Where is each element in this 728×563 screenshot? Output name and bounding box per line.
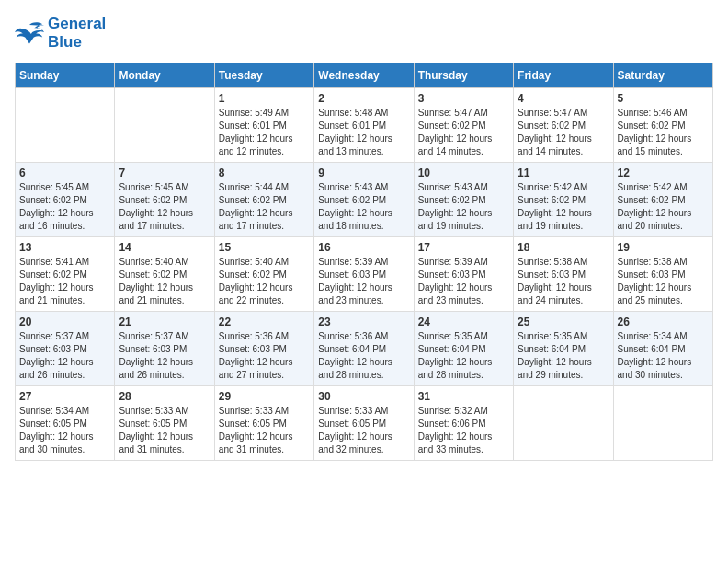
logo-text: General Blue <box>48 15 106 52</box>
day-number: 23 <box>318 316 409 328</box>
day-number: 29 <box>219 390 310 403</box>
day-info: Sunrise: 5:38 AMSunset: 6:03 PMDaylight:… <box>618 256 709 307</box>
calendar-cell: 7Sunrise: 5:45 AMSunset: 6:02 PMDaylight… <box>115 163 214 237</box>
calendar-cell: 6Sunrise: 5:45 AMSunset: 6:02 PMDaylight… <box>16 163 115 237</box>
day-info: Sunrise: 5:33 AMSunset: 6:05 PMDaylight:… <box>318 405 409 456</box>
calendar-cell <box>613 386 712 461</box>
calendar-cell: 4Sunrise: 5:47 AMSunset: 6:02 PMDaylight… <box>514 88 613 163</box>
weekday-header-tuesday: Tuesday <box>214 63 313 88</box>
header: General Blue <box>15 15 713 52</box>
day-number: 21 <box>119 316 210 328</box>
day-info: Sunrise: 5:37 AMSunset: 6:03 PMDaylight:… <box>119 330 210 382</box>
day-info: Sunrise: 5:44 AMSunset: 6:02 PMDaylight:… <box>219 181 310 233</box>
weekday-header-wednesday: Wednesday <box>314 63 414 88</box>
day-info: Sunrise: 5:41 AMSunset: 6:02 PMDaylight:… <box>19 256 110 307</box>
calendar-cell: 25Sunrise: 5:35 AMSunset: 6:04 PMDayligh… <box>514 312 613 386</box>
day-info: Sunrise: 5:34 AMSunset: 6:05 PMDaylight:… <box>19 405 110 456</box>
calendar-week-row: 27Sunrise: 5:34 AMSunset: 6:05 PMDayligh… <box>16 386 713 461</box>
day-number: 22 <box>219 316 310 328</box>
day-info: Sunrise: 5:39 AMSunset: 6:03 PMDaylight:… <box>418 256 509 307</box>
calendar-cell: 14Sunrise: 5:40 AMSunset: 6:02 PMDayligh… <box>115 237 214 312</box>
day-info: Sunrise: 5:38 AMSunset: 6:03 PMDaylight:… <box>518 256 609 307</box>
day-number: 1 <box>219 92 310 105</box>
calendar-cell <box>514 386 613 461</box>
day-info: Sunrise: 5:35 AMSunset: 6:04 PMDaylight:… <box>518 330 609 382</box>
day-number: 30 <box>318 390 409 403</box>
day-number: 3 <box>418 92 509 105</box>
calendar-cell: 29Sunrise: 5:33 AMSunset: 6:05 PMDayligh… <box>214 386 313 461</box>
calendar-week-row: 6Sunrise: 5:45 AMSunset: 6:02 PMDaylight… <box>16 163 713 237</box>
calendar-cell: 18Sunrise: 5:38 AMSunset: 6:03 PMDayligh… <box>514 237 613 312</box>
calendar-cell: 9Sunrise: 5:43 AMSunset: 6:02 PMDaylight… <box>314 163 414 237</box>
day-info: Sunrise: 5:37 AMSunset: 6:03 PMDaylight:… <box>19 330 110 382</box>
day-info: Sunrise: 5:47 AMSunset: 6:02 PMDaylight:… <box>418 107 509 158</box>
calendar-cell: 26Sunrise: 5:34 AMSunset: 6:04 PMDayligh… <box>613 312 712 386</box>
calendar-cell: 24Sunrise: 5:35 AMSunset: 6:04 PMDayligh… <box>414 312 513 386</box>
calendar-table: SundayMondayTuesdayWednesdayThursdayFrid… <box>15 63 713 461</box>
day-number: 6 <box>19 167 110 179</box>
day-info: Sunrise: 5:34 AMSunset: 6:04 PMDaylight:… <box>618 330 709 382</box>
day-info: Sunrise: 5:43 AMSunset: 6:02 PMDaylight:… <box>318 181 409 233</box>
calendar-cell: 28Sunrise: 5:33 AMSunset: 6:05 PMDayligh… <box>115 386 214 461</box>
calendar-cell: 23Sunrise: 5:36 AMSunset: 6:04 PMDayligh… <box>314 312 414 386</box>
calendar-cell: 12Sunrise: 5:42 AMSunset: 6:02 PMDayligh… <box>613 163 712 237</box>
calendar-cell: 16Sunrise: 5:39 AMSunset: 6:03 PMDayligh… <box>314 237 414 312</box>
weekday-header-saturday: Saturday <box>613 63 712 88</box>
day-info: Sunrise: 5:47 AMSunset: 6:02 PMDaylight:… <box>518 107 609 158</box>
day-number: 15 <box>219 241 310 254</box>
calendar-cell: 3Sunrise: 5:47 AMSunset: 6:02 PMDaylight… <box>414 88 513 163</box>
calendar-cell <box>16 88 115 163</box>
day-number: 8 <box>219 167 310 179</box>
day-number: 24 <box>418 316 509 328</box>
calendar-cell: 1Sunrise: 5:49 AMSunset: 6:01 PMDaylight… <box>214 88 313 163</box>
day-info: Sunrise: 5:49 AMSunset: 6:01 PMDaylight:… <box>219 107 310 158</box>
day-number: 16 <box>318 241 409 254</box>
day-number: 7 <box>119 167 210 179</box>
calendar-cell: 10Sunrise: 5:43 AMSunset: 6:02 PMDayligh… <box>414 163 513 237</box>
day-number: 5 <box>618 92 709 105</box>
day-info: Sunrise: 5:40 AMSunset: 6:02 PMDaylight:… <box>219 256 310 307</box>
calendar-cell: 5Sunrise: 5:46 AMSunset: 6:02 PMDaylight… <box>613 88 712 163</box>
calendar-cell: 27Sunrise: 5:34 AMSunset: 6:05 PMDayligh… <box>16 386 115 461</box>
day-number: 20 <box>19 316 110 328</box>
day-info: Sunrise: 5:33 AMSunset: 6:05 PMDaylight:… <box>219 405 310 456</box>
calendar-cell: 17Sunrise: 5:39 AMSunset: 6:03 PMDayligh… <box>414 237 513 312</box>
day-info: Sunrise: 5:33 AMSunset: 6:05 PMDaylight:… <box>119 405 210 456</box>
day-info: Sunrise: 5:32 AMSunset: 6:06 PMDaylight:… <box>418 405 509 456</box>
calendar-cell: 15Sunrise: 5:40 AMSunset: 6:02 PMDayligh… <box>214 237 313 312</box>
logo-icon <box>15 20 44 46</box>
day-number: 9 <box>318 167 409 179</box>
day-number: 25 <box>518 316 609 328</box>
calendar-cell: 11Sunrise: 5:42 AMSunset: 6:02 PMDayligh… <box>514 163 613 237</box>
day-info: Sunrise: 5:42 AMSunset: 6:02 PMDaylight:… <box>618 181 709 233</box>
weekday-header-friday: Friday <box>514 63 613 88</box>
calendar-cell <box>115 88 214 163</box>
day-info: Sunrise: 5:42 AMSunset: 6:02 PMDaylight:… <box>518 181 609 233</box>
calendar-week-row: 1Sunrise: 5:49 AMSunset: 6:01 PMDaylight… <box>16 88 713 163</box>
day-number: 26 <box>618 316 709 328</box>
calendar-cell: 19Sunrise: 5:38 AMSunset: 6:03 PMDayligh… <box>613 237 712 312</box>
day-number: 18 <box>518 241 609 254</box>
logo: General Blue <box>15 15 106 52</box>
calendar-week-row: 13Sunrise: 5:41 AMSunset: 6:02 PMDayligh… <box>16 237 713 312</box>
day-info: Sunrise: 5:35 AMSunset: 6:04 PMDaylight:… <box>418 330 509 382</box>
day-number: 12 <box>618 167 709 179</box>
calendar-cell: 20Sunrise: 5:37 AMSunset: 6:03 PMDayligh… <box>16 312 115 386</box>
day-info: Sunrise: 5:43 AMSunset: 6:02 PMDaylight:… <box>418 181 509 233</box>
calendar-cell: 21Sunrise: 5:37 AMSunset: 6:03 PMDayligh… <box>115 312 214 386</box>
weekday-header-monday: Monday <box>115 63 214 88</box>
day-info: Sunrise: 5:46 AMSunset: 6:02 PMDaylight:… <box>618 107 709 158</box>
calendar-cell: 31Sunrise: 5:32 AMSunset: 6:06 PMDayligh… <box>414 386 513 461</box>
day-number: 2 <box>318 92 409 105</box>
day-number: 11 <box>518 167 609 179</box>
day-info: Sunrise: 5:36 AMSunset: 6:04 PMDaylight:… <box>318 330 409 382</box>
calendar-cell: 30Sunrise: 5:33 AMSunset: 6:05 PMDayligh… <box>314 386 414 461</box>
day-number: 14 <box>119 241 210 254</box>
day-info: Sunrise: 5:36 AMSunset: 6:03 PMDaylight:… <box>219 330 310 382</box>
day-number: 28 <box>119 390 210 403</box>
day-number: 13 <box>19 241 110 254</box>
calendar-week-row: 20Sunrise: 5:37 AMSunset: 6:03 PMDayligh… <box>16 312 713 386</box>
weekday-header-thursday: Thursday <box>414 63 513 88</box>
day-number: 19 <box>618 241 709 254</box>
day-info: Sunrise: 5:39 AMSunset: 6:03 PMDaylight:… <box>318 256 409 307</box>
